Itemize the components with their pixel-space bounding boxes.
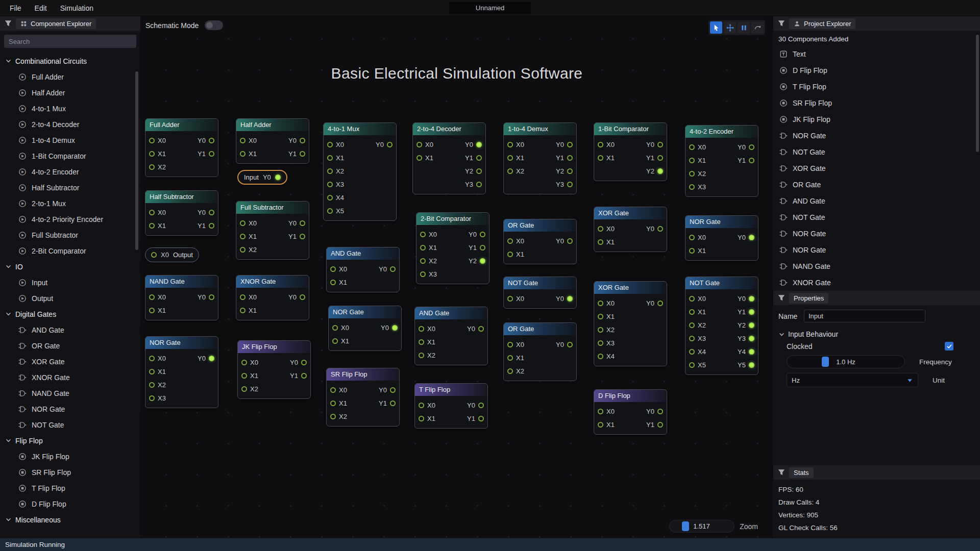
port-x4[interactable] <box>689 349 695 355</box>
port-y0[interactable] <box>478 326 484 332</box>
tree-item-sr-flip-flop[interactable]: SR Flip Flop <box>0 464 140 480</box>
port-y0[interactable] <box>209 356 214 361</box>
port-y0[interactable] <box>657 409 663 414</box>
port-y0[interactable] <box>392 325 398 331</box>
tree-section-combinational-circuits[interactable]: Combinational Circuits <box>0 53 140 69</box>
node-nand-gate[interactable]: NAND GateX0Y0X1 <box>145 275 218 320</box>
port-x0[interactable] <box>598 142 603 147</box>
node-d-flip-flop[interactable]: D Flip FlopX0Y0X1Y1 <box>594 389 667 435</box>
project-item-not-gate[interactable]: NOT Gate <box>773 144 980 160</box>
tree-section-flip-flop[interactable]: Flip Flop <box>0 433 140 448</box>
port-x0[interactable] <box>240 294 246 300</box>
tree-item-half-subtractor[interactable]: Half Subtractor <box>0 180 140 195</box>
filter-icon[interactable] <box>777 294 786 302</box>
port-x0[interactable] <box>241 360 247 365</box>
tree-item-2-bit-comparator[interactable]: 2-Bit Comparator <box>0 243 140 259</box>
node-and-gate[interactable]: AND GateX0Y0X1X2 <box>414 307 488 365</box>
port-x1[interactable] <box>240 308 246 313</box>
filename-input[interactable] <box>449 2 531 14</box>
port-y0[interactable] <box>209 210 214 215</box>
node-input[interactable]: InputY0 <box>237 170 287 185</box>
port-x3[interactable] <box>327 182 333 187</box>
port-x0[interactable] <box>689 144 695 150</box>
node-nor-gate[interactable]: NOR GateX0Y0X1X2X3 <box>145 336 218 408</box>
port-y2[interactable] <box>476 168 482 174</box>
project-item-nand-gate[interactable]: NAND Gate <box>773 258 980 274</box>
port-y0[interactable] <box>387 142 393 147</box>
input-behaviour-section[interactable]: Input Behaviour <box>778 327 976 341</box>
port-y1[interactable] <box>478 416 484 421</box>
port-y2[interactable] <box>657 168 663 174</box>
port-x1[interactable] <box>240 234 246 239</box>
port-x0[interactable] <box>419 326 424 332</box>
port-y2[interactable] <box>749 322 754 328</box>
node-not-gate[interactable]: NOT GateX0Y0X1Y1X2Y2X3Y3X4Y4X5Y5 <box>685 277 758 375</box>
port-x1[interactable] <box>598 422 603 428</box>
port-x2[interactable] <box>241 386 247 392</box>
port-y0[interactable] <box>301 360 307 365</box>
node-full-adder[interactable]: Full AdderX0Y0X1Y1X2 <box>145 118 218 177</box>
tree-item-input[interactable]: Input <box>0 274 140 290</box>
filter-icon[interactable] <box>4 19 12 28</box>
frequency-slider[interactable]: 1.0 Hz <box>787 355 905 368</box>
zoom-slider[interactable]: 1.517 <box>669 520 734 533</box>
port-x0[interactable] <box>598 226 603 232</box>
node-and-gate[interactable]: AND GateX0Y0X1 <box>326 247 400 292</box>
port-x3[interactable] <box>149 395 155 401</box>
port-y0[interactable] <box>476 142 482 147</box>
node-sr-flip-flop[interactable]: SR Flip FlopX0Y0X1Y1X2 <box>326 368 400 427</box>
port-x0[interactable] <box>507 238 513 244</box>
port-y0[interactable] <box>300 294 305 300</box>
node-jk-flip-flop[interactable]: JK Flip FlopX0Y0X1Y1X2 <box>237 340 311 399</box>
port-x0[interactable] <box>149 138 155 143</box>
port-x3[interactable] <box>689 184 695 190</box>
port-x1[interactable] <box>598 155 603 161</box>
port-x1[interactable] <box>689 158 695 163</box>
port-y0[interactable] <box>657 142 663 147</box>
port-y3[interactable] <box>749 336 754 341</box>
port-x1[interactable] <box>332 338 338 344</box>
name-input[interactable] <box>804 310 925 322</box>
tree-item-2-to-4-decoder[interactable]: 2-to-4 Decoder <box>0 116 140 132</box>
port-x0[interactable] <box>149 294 155 300</box>
clocked-checkbox[interactable] <box>945 342 953 350</box>
tree-section-digital-gates[interactable]: Digital Gates <box>0 306 140 322</box>
port-x1[interactable] <box>420 245 426 251</box>
port-y1[interactable] <box>657 155 663 161</box>
project-item-nor-gate[interactable]: NOR Gate <box>773 226 980 242</box>
node-2-to-4-decoder[interactable]: 2-to-4 DecoderX0Y0X1Y1Y2Y3 <box>412 122 486 194</box>
menu-simulation[interactable]: Simulation <box>54 4 100 12</box>
port-x2[interactable] <box>240 247 246 253</box>
port-y0[interactable] <box>657 226 663 232</box>
node-or-gate[interactable]: OR GateX0Y0X1 <box>503 219 577 264</box>
tree-item-or-gate[interactable]: OR Gate <box>0 338 140 354</box>
port-y0[interactable] <box>478 403 484 408</box>
port-x2[interactable] <box>419 353 424 358</box>
node-4-to-1-mux[interactable]: 4-to-1 MuxX0Y0X1X2X3X4X5 <box>323 122 397 221</box>
port-y0[interactable] <box>567 296 573 302</box>
project-list-scrollbar[interactable] <box>976 35 979 152</box>
tree-item-nand-gate[interactable]: NAND Gate <box>0 385 140 401</box>
tree-item-xnor-gate[interactable]: XNOR Gate <box>0 369 140 385</box>
port-x0[interactable] <box>507 342 513 347</box>
frequency-slider-thumb[interactable] <box>822 357 829 367</box>
port-y0[interactable] <box>657 300 663 306</box>
node-xnor-gate[interactable]: XNOR GateX0Y0X1 <box>236 275 309 320</box>
port-y1[interactable] <box>567 155 573 161</box>
tree-item-nor-gate[interactable]: NOR Gate <box>0 401 140 417</box>
port-y1[interactable] <box>657 422 663 428</box>
port-x2[interactable] <box>598 327 603 333</box>
port-x1[interactable] <box>598 239 603 245</box>
port-x1[interactable] <box>507 155 513 161</box>
port-x0[interactable] <box>240 138 246 143</box>
project-item-t-flip-flop[interactable]: T Flip Flop <box>773 79 980 95</box>
port-x0[interactable] <box>420 232 426 237</box>
port-x0[interactable] <box>419 403 424 408</box>
node-1-to-4-demux[interactable]: 1-to-4 DemuxX0Y0X1Y1X2Y2Y3 <box>503 122 577 194</box>
port-x5[interactable] <box>689 362 695 368</box>
project-item-sr-flip-flop[interactable]: SR Flip Flop <box>773 95 980 111</box>
port-x2[interactable] <box>149 164 155 170</box>
port-y1[interactable] <box>300 234 305 239</box>
port-y0[interactable] <box>567 342 573 347</box>
node-nor-gate[interactable]: NOR GateX0Y0X1 <box>328 306 402 351</box>
